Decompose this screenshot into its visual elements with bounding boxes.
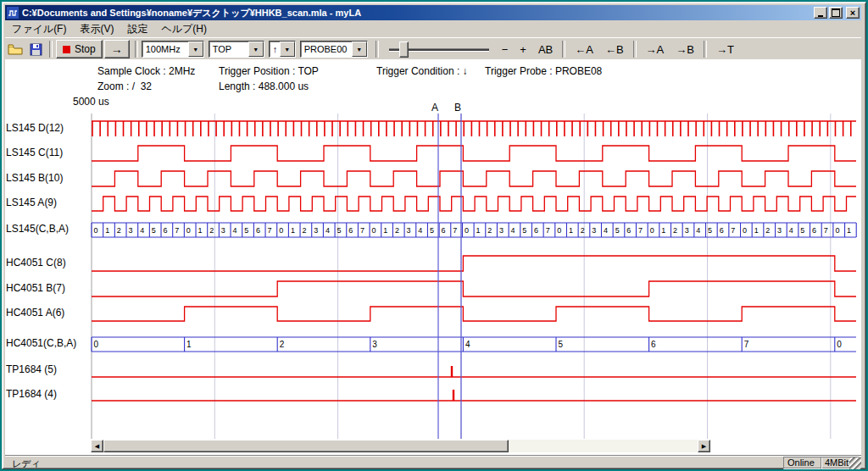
zoom-out-button[interactable]: − (497, 41, 514, 58)
channel-label-ls145-c11: LS145 C(11) (6, 147, 63, 158)
channel-label-ls145-b10: LS145 B(10) (6, 172, 63, 184)
zoom-in-button[interactable]: + (515, 41, 531, 58)
toolbar: Stop → 100MHz ▼ TOP ▼ ↑ ▼ PROBE00 ▼ − + … (5, 37, 861, 60)
toolbar-separator (49, 41, 53, 58)
stop-button[interactable]: Stop (56, 40, 103, 58)
open-folder-icon (8, 43, 23, 55)
goto-marker-b-right-button[interactable]: →B (670, 41, 699, 58)
trigger-position-combobox[interactable]: TOP ▼ (209, 41, 264, 58)
save-floppy-icon (30, 43, 42, 56)
toolbar-separator (376, 41, 379, 58)
scrollbar-thumb[interactable] (103, 440, 509, 452)
trigger-probe-info: Trigger Probe : PROBE08 (485, 65, 602, 77)
status-ready-text: レディ (12, 457, 41, 470)
trigger-probe-value: PROBE00 (301, 42, 352, 57)
scroll-right-button[interactable]: ▶ (698, 440, 710, 452)
goto-trigger-button[interactable]: →T (711, 41, 739, 58)
trigger-condition-info: Trigger Condition : ↓ (376, 65, 468, 77)
horizontal-scrollbar[interactable]: ◀ ▶ (91, 440, 710, 452)
menu-settings[interactable]: 設定 (120, 21, 154, 37)
slider-thumb[interactable] (399, 42, 409, 58)
channel-label-ls145-bus: LS145(C,B,A) (6, 223, 69, 235)
titlebar: C:¥Documents and Settings¥noname¥デスクトップ¥… (5, 5, 861, 20)
time-scale-label: 5000 us (73, 96, 109, 108)
channel-label-hc4051-c8: HC4051 C(8) (6, 257, 66, 269)
trigger-position-value: TOP (209, 42, 248, 57)
maximize-button[interactable] (829, 7, 843, 19)
goto-marker-a-right-button[interactable]: →A (641, 41, 670, 58)
toolbar-separator (562, 41, 565, 58)
chevron-down-icon[interactable]: ▼ (248, 42, 264, 57)
close-button[interactable]: × (846, 7, 860, 19)
stop-label: Stop (75, 43, 96, 55)
minimize-icon (818, 15, 823, 17)
status-online-badge: Online (783, 457, 822, 469)
chevron-down-icon[interactable]: ▼ (280, 42, 295, 57)
trigger-edge-value: ↑ (270, 42, 280, 57)
channel-label-tp1684-5: TP1684 (5) (6, 363, 57, 375)
open-button[interactable] (5, 40, 25, 58)
goto-marker-b-left-button[interactable]: ←B (600, 41, 629, 58)
toolbar-separator (633, 41, 637, 58)
run-button[interactable]: → (104, 40, 130, 58)
channel-label-hc4051-bus: HC4051(C,B,A) (6, 337, 76, 349)
waveform-client-area (5, 59, 861, 455)
length-info: Length : 488.000 us (219, 80, 309, 92)
maximize-icon (832, 8, 840, 17)
chevron-down-icon[interactable]: ▼ (188, 42, 203, 57)
zoom-slider[interactable] (389, 41, 489, 58)
sample-clock-value: 100MHz (142, 42, 188, 57)
menu-view[interactable]: 表示(V) (73, 21, 120, 37)
menubar: ファイル(F) 表示(V) 設定 ヘルプ(H) (5, 21, 861, 36)
trigger-probe-combobox[interactable]: PROBE00 ▼ (300, 41, 368, 58)
channel-label-tp1684-4: TP1684 (4) (6, 388, 57, 400)
zoom-info: Zoom : / 32 (97, 80, 152, 92)
sample-clock-info: Sample Clock : 2MHz (97, 65, 195, 77)
trigger-edge-combobox[interactable]: ↑ ▼ (269, 41, 296, 58)
channel-label-hc4051-b7: HC4051 B(7) (6, 282, 65, 294)
sample-clock-combobox[interactable]: 100MHz ▼ (142, 41, 204, 58)
menu-file[interactable]: ファイル(F) (5, 21, 73, 37)
toolbar-separator (135, 41, 138, 58)
channel-label-ls145-a9: LS145 A(9) (6, 197, 57, 208)
channel-label-ls145-d12: LS145 D(12) (6, 122, 64, 134)
minimize-button[interactable] (814, 7, 827, 19)
window-title: C:¥Documents and Settings¥noname¥デスクトップ¥… (22, 7, 812, 19)
toolbar-separator (704, 41, 707, 58)
scroll-left-button[interactable]: ◀ (91, 440, 103, 452)
save-button[interactable] (25, 40, 46, 58)
ab-range-button[interactable]: AB (533, 41, 558, 58)
menu-help[interactable]: ヘルプ(H) (154, 21, 214, 37)
app-icon (7, 7, 19, 19)
statusbar: レディ Online 4MBit (5, 455, 861, 469)
channel-label-hc4051-a6: HC4051 A(6) (6, 307, 64, 319)
trigger-position-info: Trigger Position : TOP (219, 65, 319, 77)
chevron-down-icon[interactable]: ▼ (352, 42, 367, 57)
resize-grip-icon[interactable] (849, 457, 861, 469)
goto-marker-a-left-button[interactable]: ←A (570, 41, 598, 58)
stop-icon (63, 46, 70, 53)
